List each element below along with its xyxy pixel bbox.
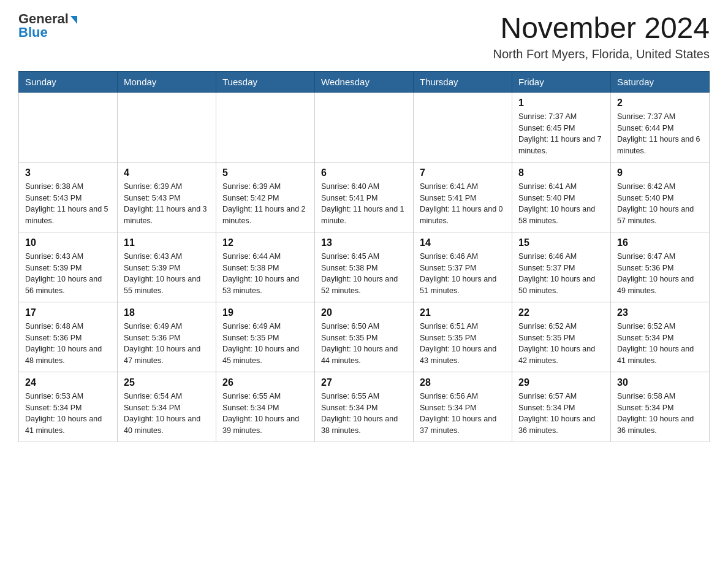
day-info: Sunrise: 6:47 AMSunset: 5:36 PMDaylight:… [617, 251, 703, 297]
day-info: Sunrise: 6:43 AMSunset: 5:39 PMDaylight:… [124, 251, 210, 297]
day-info: Sunrise: 6:46 AMSunset: 5:37 PMDaylight:… [420, 251, 506, 297]
day-number: 28 [420, 377, 506, 388]
logo-arrow-icon [70, 16, 77, 24]
day-info: Sunrise: 6:39 AMSunset: 5:43 PMDaylight:… [124, 181, 210, 227]
weekday-header-thursday: Thursday [414, 71, 512, 92]
day-info: Sunrise: 6:54 AMSunset: 5:34 PMDaylight:… [124, 391, 210, 437]
day-number: 19 [222, 307, 308, 318]
day-info: Sunrise: 6:53 AMSunset: 5:34 PMDaylight:… [25, 391, 111, 437]
day-number: 9 [617, 167, 703, 178]
calendar-cell: 23Sunrise: 6:52 AMSunset: 5:34 PMDayligh… [611, 302, 710, 372]
day-number: 27 [321, 377, 407, 388]
day-number: 3 [25, 167, 111, 178]
day-info: Sunrise: 6:41 AMSunset: 5:41 PMDaylight:… [420, 181, 506, 227]
calendar-cell: 30Sunrise: 6:58 AMSunset: 5:34 PMDayligh… [611, 372, 710, 442]
calendar-cell: 25Sunrise: 6:54 AMSunset: 5:34 PMDayligh… [118, 372, 216, 442]
calendar-week-1: 1Sunrise: 7:37 AMSunset: 6:45 PMDaylight… [19, 92, 710, 162]
calendar-cell: 6Sunrise: 6:40 AMSunset: 5:41 PMDaylight… [315, 162, 414, 232]
calendar-cell: 26Sunrise: 6:55 AMSunset: 5:34 PMDayligh… [216, 372, 315, 442]
calendar-cell: 22Sunrise: 6:52 AMSunset: 5:35 PMDayligh… [512, 302, 611, 372]
weekday-header-row: SundayMondayTuesdayWednesdayThursdayFrid… [19, 71, 710, 92]
weekday-header-saturday: Saturday [611, 71, 710, 92]
day-info: Sunrise: 6:49 AMSunset: 5:35 PMDaylight:… [222, 321, 308, 367]
day-number: 5 [222, 167, 308, 178]
weekday-header-tuesday: Tuesday [216, 71, 315, 92]
calendar-header: SundayMondayTuesdayWednesdayThursdayFrid… [19, 71, 710, 92]
calendar-cell: 27Sunrise: 6:55 AMSunset: 5:34 PMDayligh… [315, 372, 414, 442]
calendar-week-4: 17Sunrise: 6:48 AMSunset: 5:36 PMDayligh… [19, 302, 710, 372]
calendar-cell: 1Sunrise: 7:37 AMSunset: 6:45 PMDaylight… [512, 92, 611, 162]
day-number: 17 [25, 307, 111, 318]
calendar-cell: 17Sunrise: 6:48 AMSunset: 5:36 PMDayligh… [19, 302, 118, 372]
calendar-cell: 14Sunrise: 6:46 AMSunset: 5:37 PMDayligh… [414, 232, 512, 302]
calendar-cell [19, 92, 118, 162]
day-number: 12 [222, 237, 308, 248]
calendar-cell: 2Sunrise: 7:37 AMSunset: 6:44 PMDaylight… [611, 92, 710, 162]
day-info: Sunrise: 6:41 AMSunset: 5:40 PMDaylight:… [518, 181, 604, 227]
day-number: 7 [420, 167, 506, 178]
logo-blue: Blue [18, 26, 48, 39]
page-header: General Blue November 2024 North Fort My… [18, 12, 710, 61]
day-info: Sunrise: 6:55 AMSunset: 5:34 PMDaylight:… [222, 391, 308, 437]
calendar-table: SundayMondayTuesdayWednesdayThursdayFrid… [18, 71, 710, 442]
calendar-body: 1Sunrise: 7:37 AMSunset: 6:45 PMDaylight… [19, 92, 710, 442]
day-info: Sunrise: 6:50 AMSunset: 5:35 PMDaylight:… [321, 321, 407, 367]
day-info: Sunrise: 6:49 AMSunset: 5:36 PMDaylight:… [124, 321, 210, 367]
calendar-cell: 29Sunrise: 6:57 AMSunset: 5:34 PMDayligh… [512, 372, 611, 442]
calendar-cell [414, 92, 512, 162]
calendar-cell: 7Sunrise: 6:41 AMSunset: 5:41 PMDaylight… [414, 162, 512, 232]
day-info: Sunrise: 6:52 AMSunset: 5:34 PMDaylight:… [617, 321, 703, 367]
day-number: 24 [25, 377, 111, 388]
day-number: 10 [25, 237, 111, 248]
day-info: Sunrise: 6:38 AMSunset: 5:43 PMDaylight:… [25, 181, 111, 227]
day-info: Sunrise: 6:43 AMSunset: 5:39 PMDaylight:… [25, 251, 111, 297]
calendar-cell [118, 92, 216, 162]
calendar-cell: 21Sunrise: 6:51 AMSunset: 5:35 PMDayligh… [414, 302, 512, 372]
day-info: Sunrise: 7:37 AMSunset: 6:44 PMDaylight:… [617, 111, 703, 157]
day-number: 23 [617, 307, 703, 318]
calendar-cell: 4Sunrise: 6:39 AMSunset: 5:43 PMDaylight… [118, 162, 216, 232]
day-number: 15 [518, 237, 604, 248]
calendar-week-2: 3Sunrise: 6:38 AMSunset: 5:43 PMDaylight… [19, 162, 710, 232]
day-number: 4 [124, 167, 210, 178]
calendar-cell: 8Sunrise: 6:41 AMSunset: 5:40 PMDaylight… [512, 162, 611, 232]
calendar-cell: 10Sunrise: 6:43 AMSunset: 5:39 PMDayligh… [19, 232, 118, 302]
title-area: November 2024 North Fort Myers, Florida,… [493, 12, 710, 61]
location-subtitle: North Fort Myers, Florida, United States [493, 47, 710, 61]
weekday-header-wednesday: Wednesday [315, 71, 414, 92]
calendar-cell: 13Sunrise: 6:45 AMSunset: 5:38 PMDayligh… [315, 232, 414, 302]
calendar-cell: 3Sunrise: 6:38 AMSunset: 5:43 PMDaylight… [19, 162, 118, 232]
weekday-header-monday: Monday [118, 71, 216, 92]
day-info: Sunrise: 6:39 AMSunset: 5:42 PMDaylight:… [222, 181, 308, 227]
calendar-cell: 11Sunrise: 6:43 AMSunset: 5:39 PMDayligh… [118, 232, 216, 302]
day-number: 18 [124, 307, 210, 318]
day-info: Sunrise: 6:57 AMSunset: 5:34 PMDaylight:… [518, 391, 604, 437]
day-number: 11 [124, 237, 210, 248]
day-number: 29 [518, 377, 604, 388]
day-number: 2 [617, 98, 703, 109]
calendar-cell [315, 92, 414, 162]
day-number: 8 [518, 167, 604, 178]
day-number: 21 [420, 307, 506, 318]
calendar-cell: 15Sunrise: 6:46 AMSunset: 5:37 PMDayligh… [512, 232, 611, 302]
calendar-cell: 18Sunrise: 6:49 AMSunset: 5:36 PMDayligh… [118, 302, 216, 372]
calendar-cell: 9Sunrise: 6:42 AMSunset: 5:40 PMDaylight… [611, 162, 710, 232]
day-number: 1 [518, 98, 604, 109]
day-info: Sunrise: 6:52 AMSunset: 5:35 PMDaylight:… [518, 321, 604, 367]
day-info: Sunrise: 7:37 AMSunset: 6:45 PMDaylight:… [518, 111, 604, 157]
calendar-cell: 12Sunrise: 6:44 AMSunset: 5:38 PMDayligh… [216, 232, 315, 302]
day-number: 6 [321, 167, 407, 178]
month-year-title: November 2024 [493, 12, 710, 45]
day-number: 26 [222, 377, 308, 388]
logo: General Blue [18, 12, 77, 39]
day-info: Sunrise: 6:48 AMSunset: 5:36 PMDaylight:… [25, 321, 111, 367]
calendar-cell: 16Sunrise: 6:47 AMSunset: 5:36 PMDayligh… [611, 232, 710, 302]
logo-general: General [18, 12, 69, 26]
day-info: Sunrise: 6:44 AMSunset: 5:38 PMDaylight:… [222, 251, 308, 297]
weekday-header-sunday: Sunday [19, 71, 118, 92]
day-info: Sunrise: 6:45 AMSunset: 5:38 PMDaylight:… [321, 251, 407, 297]
day-info: Sunrise: 6:42 AMSunset: 5:40 PMDaylight:… [617, 181, 703, 227]
day-number: 25 [124, 377, 210, 388]
day-number: 13 [321, 237, 407, 248]
day-info: Sunrise: 6:58 AMSunset: 5:34 PMDaylight:… [617, 391, 703, 437]
